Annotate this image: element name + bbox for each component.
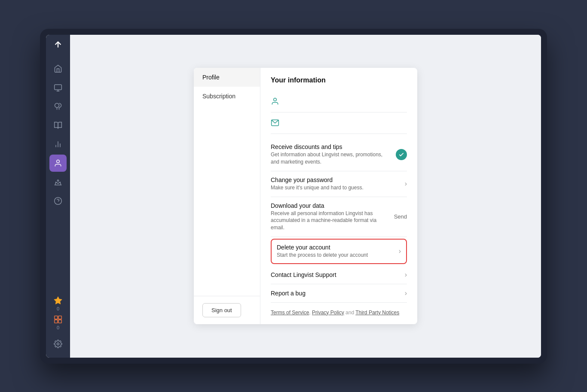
svg-point-8 <box>57 180 58 181</box>
panel-footer: Terms of Service, Privacy Policy and Thi… <box>271 310 407 316</box>
laptop-frame: 0 0 <box>40 29 547 364</box>
section-title: Your information <box>271 76 407 84</box>
delete-account-title: Delete your account <box>277 244 394 251</box>
download-data-row[interactable]: Download your data Receive all personal … <box>271 197 407 237</box>
change-password-row[interactable]: Change your password Make sure it's uniq… <box>271 171 407 197</box>
sign-out-area: Sign out <box>194 296 260 324</box>
sidebar-item-brain[interactable] <box>49 98 67 115</box>
discounts-desc: Get information about Lingvist news, pro… <box>271 151 391 166</box>
terms-link[interactable]: Terms of Service <box>271 310 309 316</box>
sidebar-item-star[interactable]: 0 <box>53 296 63 311</box>
main-content: Profile Subscription Sign out Your infor… <box>70 35 541 358</box>
delete-account-row[interactable]: Delete your account Start the process to… <box>271 239 407 264</box>
chevron-icon-support: › <box>405 271 407 279</box>
sidebar-item-puzzle[interactable]: 0 <box>53 315 63 330</box>
svg-point-17 <box>274 98 277 101</box>
privacy-link[interactable]: Privacy Policy <box>312 310 344 316</box>
name-field <box>271 93 407 112</box>
profile-panel: Profile Subscription Sign out Your infor… <box>194 68 417 324</box>
sidebar: 0 0 <box>46 35 70 358</box>
contact-support-title: Contact Lingvist Support <box>271 271 401 278</box>
nav-item-profile[interactable]: Profile <box>194 68 260 87</box>
email-icon <box>271 119 279 129</box>
puzzle-badge-count: 0 <box>57 325 59 330</box>
svg-rect-15 <box>58 319 61 322</box>
discounts-row[interactable]: Receive discounts and tips Get informati… <box>271 138 407 171</box>
sidebar-nav <box>49 60 67 296</box>
svg-point-9 <box>55 197 62 204</box>
send-button[interactable]: Send <box>394 213 407 220</box>
and-text: and <box>344 310 355 316</box>
svg-rect-12 <box>55 316 58 319</box>
sign-out-button[interactable]: Sign out <box>202 303 241 317</box>
svg-rect-13 <box>58 316 61 319</box>
app-logo <box>53 40 63 52</box>
email-field <box>271 114 407 134</box>
change-password-title: Change your password <box>271 176 401 183</box>
download-data-desc: Receive all personal information Lingvis… <box>271 210 390 231</box>
sidebar-item-home[interactable] <box>49 60 67 77</box>
download-data-title: Download your data <box>271 202 390 209</box>
svg-point-7 <box>57 160 60 163</box>
report-bug-row[interactable]: Report a bug › <box>271 284 407 303</box>
sidebar-item-profile[interactable] <box>49 155 67 172</box>
screen: 0 0 <box>46 35 541 358</box>
sidebar-bottom: 0 0 <box>49 296 67 352</box>
delete-account-desc: Start the process to delete your account <box>277 252 394 259</box>
change-password-desc: Make sure it's unique and hard to guess. <box>271 184 401 191</box>
report-bug-title: Report a bug <box>271 290 401 297</box>
svg-rect-14 <box>55 319 58 322</box>
discounts-title: Receive discounts and tips <box>271 143 391 150</box>
sidebar-item-book[interactable] <box>49 117 67 134</box>
chevron-icon-bug: › <box>405 289 407 297</box>
chevron-icon-delete: › <box>399 247 401 255</box>
panel-right: Your information <box>260 68 417 324</box>
settings-section: Receive discounts and tips Get informati… <box>271 138 407 303</box>
sidebar-item-stats[interactable] <box>49 136 67 153</box>
person-icon <box>271 97 279 108</box>
third-party-link[interactable]: Third Party Notices <box>355 310 399 316</box>
svg-point-16 <box>57 343 59 345</box>
contact-support-row[interactable]: Contact Lingvist Support › <box>271 266 407 284</box>
svg-marker-11 <box>54 296 62 304</box>
sidebar-item-settings[interactable] <box>49 335 67 352</box>
panel-left-nav: Profile Subscription Sign out <box>194 68 260 324</box>
sidebar-item-crown[interactable] <box>49 173 67 191</box>
sidebar-item-lessons[interactable] <box>49 79 67 96</box>
sidebar-item-help[interactable] <box>49 192 67 210</box>
nav-item-subscription[interactable]: Subscription <box>194 87 260 106</box>
star-badge-count: 0 <box>57 306 59 311</box>
svg-rect-1 <box>55 85 62 90</box>
checkmark-icon <box>396 149 407 160</box>
chevron-icon-password: › <box>405 180 407 188</box>
